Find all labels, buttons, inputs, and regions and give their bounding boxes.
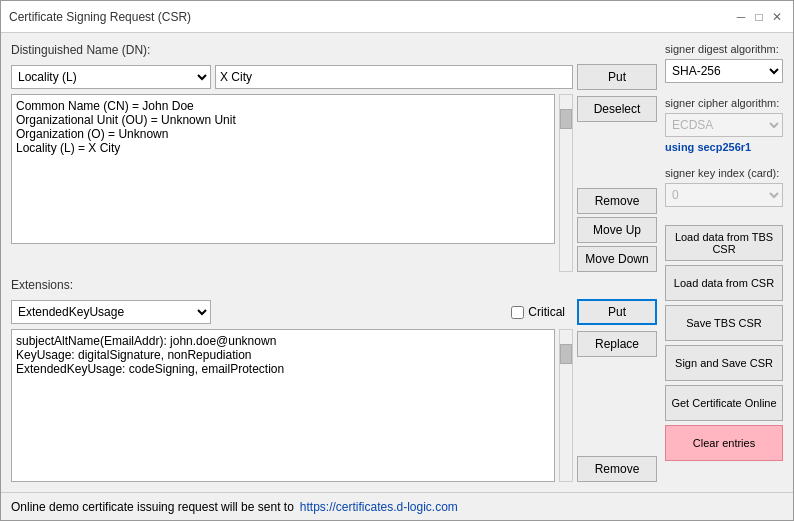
right-panel: signer digest algorithm: SHA-256 SHA-384… xyxy=(665,43,783,482)
digest-select[interactable]: SHA-256 SHA-384 SHA-512 xyxy=(665,59,783,83)
dn-move-down-button[interactable]: Move Down xyxy=(577,246,657,272)
dn-row: Locality (L) Common Name (CN) Organizati… xyxy=(11,64,657,90)
window-controls: ─ □ ✕ xyxy=(733,9,785,25)
key-index-label: signer key index (card): xyxy=(665,167,783,179)
dn-remove-button[interactable]: Remove xyxy=(577,188,657,214)
ext-top-row: ExtendedKeyUsage SubjectAltName KeyUsage… xyxy=(11,299,657,325)
dn-scrollbar[interactable] xyxy=(559,94,573,272)
load-tbs-button[interactable]: Load data from TBS CSR xyxy=(665,225,783,261)
critical-check-container: Critical xyxy=(511,305,565,319)
dn-move-up-button[interactable]: Move Up xyxy=(577,217,657,243)
ext-area-container: Replace Remove xyxy=(11,329,657,482)
dn-scrollbar-thumb xyxy=(560,109,572,129)
cipher-select[interactable]: ECDSA RSA xyxy=(665,113,783,137)
title-bar: Certificate Signing Request (CSR) ─ □ ✕ xyxy=(1,1,793,33)
clear-entries-button[interactable]: Clear entries xyxy=(665,425,783,461)
critical-label: Critical xyxy=(528,305,565,319)
ext-type-select[interactable]: ExtendedKeyUsage SubjectAltName KeyUsage… xyxy=(11,300,211,324)
ext-replace-button[interactable]: Replace xyxy=(577,331,657,357)
ext-buttons: Replace Remove xyxy=(577,329,657,482)
critical-checkbox[interactable] xyxy=(511,306,524,319)
ext-put-button[interactable]: Put xyxy=(577,299,657,325)
minimize-button[interactable]: ─ xyxy=(733,9,749,25)
main-window: Certificate Signing Request (CSR) ─ □ ✕ … xyxy=(0,0,794,521)
status-link[interactable]: https://certificates.d-logic.com xyxy=(300,500,458,514)
ext-remove-button[interactable]: Remove xyxy=(577,456,657,482)
ext-list-textarea[interactable] xyxy=(11,329,555,482)
save-tbs-button[interactable]: Save TBS CSR xyxy=(665,305,783,341)
load-csr-button[interactable]: Load data from CSR xyxy=(665,265,783,301)
window-title: Certificate Signing Request (CSR) xyxy=(9,10,191,24)
sign-save-button[interactable]: Sign and Save CSR xyxy=(665,345,783,381)
dn-list-textarea[interactable] xyxy=(11,94,555,244)
close-button[interactable]: ✕ xyxy=(769,9,785,25)
status-text: Online demo certificate issuing request … xyxy=(11,500,294,514)
maximize-button[interactable]: □ xyxy=(751,9,767,25)
main-content: Distinguished Name (DN): Locality (L) Co… xyxy=(1,33,793,492)
dn-deselect-button[interactable]: Deselect xyxy=(577,96,657,122)
ext-section-label: Extensions: xyxy=(11,278,657,292)
dn-put-button[interactable]: Put xyxy=(577,64,657,90)
key-index-select[interactable]: 0 1 2 xyxy=(665,183,783,207)
using-link[interactable]: using secp256r1 xyxy=(665,141,783,153)
ext-scrollbar[interactable] xyxy=(559,329,573,482)
dn-area-container: Deselect Remove Move Up Move Down xyxy=(11,94,657,272)
extensions-section: Extensions: ExtendedKeyUsage SubjectAltN… xyxy=(11,278,657,482)
left-panel: Distinguished Name (DN): Locality (L) Co… xyxy=(11,43,657,482)
dn-value-input[interactable] xyxy=(215,65,573,89)
cipher-label: signer cipher algorithm: xyxy=(665,97,783,109)
dn-type-select[interactable]: Locality (L) Common Name (CN) Organizati… xyxy=(11,65,211,89)
signer-section: signer digest algorithm: SHA-256 SHA-384… xyxy=(665,43,783,207)
digest-label: signer digest algorithm: xyxy=(665,43,783,55)
ext-scrollbar-thumb xyxy=(560,344,572,364)
get-cert-button[interactable]: Get Certificate Online xyxy=(665,385,783,421)
dn-section: Distinguished Name (DN): Locality (L) Co… xyxy=(11,43,657,272)
dn-section-label: Distinguished Name (DN): xyxy=(11,43,657,57)
status-bar: Online demo certificate issuing request … xyxy=(1,492,793,520)
dn-buttons: Deselect Remove Move Up Move Down xyxy=(577,94,657,272)
